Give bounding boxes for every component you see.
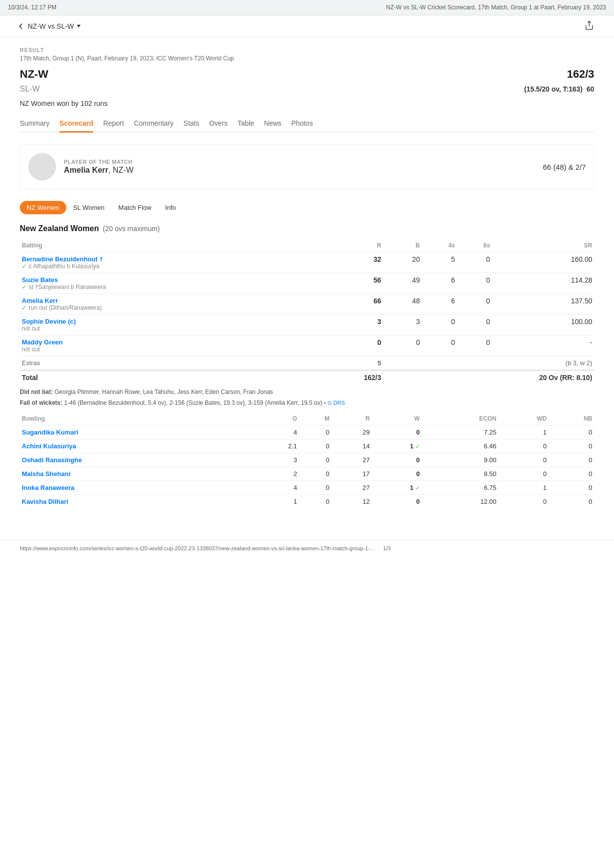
- dismissal-text: not out: [22, 346, 310, 353]
- bowl-col-o: O: [252, 412, 299, 426]
- tab-navigation: Summary Scorecard Report Commentary Stat…: [20, 115, 594, 133]
- tab-table[interactable]: Table: [238, 115, 254, 133]
- team2-overs: (15.5/20 ov, T:163): [524, 85, 583, 93]
- bowler-m: 0: [299, 453, 331, 467]
- batsman-6s: 0: [457, 336, 492, 356]
- bowler-w: 0: [372, 467, 422, 481]
- bowl-col-m: M: [299, 412, 331, 426]
- total-score: 162/3: [312, 370, 383, 385]
- bowler-r: 17: [331, 467, 372, 481]
- bowler-name[interactable]: Sugandika Kumari: [22, 429, 78, 436]
- bowler-econ: 12.00: [422, 495, 499, 509]
- batting-row: Suzie Bates ✓ st †Sanjeewani b Ranaweera…: [20, 273, 594, 294]
- batsman-r: 32: [312, 252, 383, 273]
- bowler-wd: 0: [498, 439, 549, 453]
- batsman-sr: 160.00: [492, 252, 594, 273]
- bowl-col-nb: NB: [549, 412, 594, 426]
- tab-summary[interactable]: Summary: [20, 115, 50, 133]
- innings-header: New Zealand Women (20 ovs maximum): [20, 224, 594, 233]
- innings-tab-info[interactable]: Info: [158, 201, 183, 214]
- browser-timestamp: 10/3/24, 12:17 PM: [8, 4, 56, 11]
- tab-commentary[interactable]: Commentary: [134, 115, 173, 133]
- batsman-name[interactable]: Sophie Devine (c): [22, 318, 310, 325]
- bowler-nb: 0: [549, 495, 594, 509]
- batting-row: Sophie Devine (c) not out 3 3 0 0 100.00: [20, 315, 594, 336]
- chevron-down-icon: [77, 25, 81, 27]
- innings-title: New Zealand Women: [20, 224, 99, 233]
- batsman-6s: 0: [457, 252, 492, 273]
- bowler-m: 0: [299, 426, 331, 439]
- footer-url: https://www.espncricinfo.com/series/icc-…: [20, 545, 375, 551]
- batsman-name[interactable]: Suzie Bates: [22, 276, 310, 284]
- batsman-name[interactable]: Maddy Green: [22, 338, 310, 346]
- bowler-econ: 8.50: [422, 467, 499, 481]
- bowler-name[interactable]: Inoka Ranaweera: [22, 484, 74, 491]
- scorecard-section: New Zealand Women (20 ovs maximum) Batti…: [20, 224, 594, 508]
- batsman-sr: 114.28: [492, 273, 594, 294]
- batsman-4s: 0: [422, 315, 457, 336]
- bowler-name[interactable]: Malsha Shehani: [22, 470, 70, 478]
- bowl-col-r: R: [331, 412, 372, 426]
- batsman-r: 0: [312, 336, 383, 356]
- bowler-nb: 0: [549, 439, 594, 453]
- tab-photos[interactable]: Photos: [291, 115, 313, 133]
- footer-page-info: 1/3: [383, 545, 391, 551]
- drs-link[interactable]: • ⊙ DRS: [324, 400, 345, 406]
- bowler-o: 1: [252, 495, 299, 509]
- tab-news[interactable]: News: [264, 115, 281, 133]
- team2-score: 60: [586, 85, 594, 93]
- batting-row: Bernadine Bezuidenhout † ✓ c Athapaththu…: [20, 252, 594, 273]
- bowler-econ: 6.46: [422, 439, 499, 453]
- scores-section: NZ-W 162/3 SL-W (15.5/20 ov, T:163) 60: [20, 66, 594, 96]
- tab-stats[interactable]: Stats: [184, 115, 200, 133]
- tab-report[interactable]: Report: [103, 115, 124, 133]
- player-name: Amelia Kerr, NZ-W: [64, 166, 133, 175]
- bowler-nb: 0: [549, 467, 594, 481]
- bowler-name[interactable]: Oshadi Ranasinghe: [22, 456, 82, 464]
- tab-scorecard[interactable]: Scorecard: [59, 115, 93, 133]
- batsman-4s: 6: [422, 273, 457, 294]
- innings-tab-nz-women[interactable]: NZ Women: [20, 201, 66, 214]
- nav-back-button[interactable]: NZ-W vs SL-W: [20, 22, 81, 30]
- batsman-name[interactable]: Amelia Kerr: [22, 297, 310, 304]
- dismissal-text: ✓ run out (Dilhari/Ranaweera): [22, 304, 310, 311]
- bowling-row: Inoka Ranaweera 4 0 27 1 ✓ 6.75 1 0: [20, 481, 594, 495]
- fow-text: Fall of wickets: 1-46 (Bernadine Bezuide…: [20, 399, 594, 406]
- bowler-o: 4: [252, 481, 299, 495]
- bowler-nb: 0: [549, 453, 594, 467]
- browser-bar: 10/3/24, 12:17 PM NZ-W vs SL-W Cricket S…: [0, 0, 614, 15]
- bowler-wd: 1: [498, 481, 549, 495]
- team1-score: 162/3: [567, 68, 594, 81]
- team2-name: SL-W: [20, 85, 40, 94]
- bowler-r: 14: [331, 439, 372, 453]
- player-stats: 66 (48) & 2/7: [543, 163, 586, 171]
- innings-tab-sl-women[interactable]: SL Women: [66, 201, 112, 214]
- total-label: Total: [20, 370, 312, 385]
- share-button[interactable]: [584, 20, 594, 32]
- dismissal-text: ✓ st †Sanjeewani b Ranaweera: [22, 284, 310, 290]
- batting-row: Maddy Green not out 0 0 0 0 -: [20, 336, 594, 356]
- batsman-sr: 137.50: [492, 294, 594, 315]
- main-content: RESULT 17th Match, Group 1 (N), Paarl, F…: [0, 37, 614, 530]
- bowler-wd: 0: [498, 467, 549, 481]
- bowler-name[interactable]: Achini Kulasuriya: [22, 442, 76, 450]
- share-icon: [584, 20, 594, 30]
- browser-page-title: NZ-W vs SL-W Cricket Scorecard, 17th Mat…: [386, 4, 606, 11]
- bowler-m: 0: [299, 467, 331, 481]
- bowler-w: 1 ✓: [372, 481, 422, 495]
- bowler-name[interactable]: Kavisha Dilhari: [22, 498, 68, 505]
- batsman-4s: 6: [422, 294, 457, 315]
- batsman-name[interactable]: Bernadine Bezuidenhout †: [22, 255, 310, 263]
- bowler-o: 2.1: [252, 439, 299, 453]
- batsman-b: 20: [383, 252, 422, 273]
- player-avatar: [28, 153, 56, 181]
- tab-overs[interactable]: Overs: [209, 115, 227, 133]
- extras-label: Extras: [20, 356, 312, 371]
- player-of-match-card: PLAYER OF THE MATCH Amelia Kerr, NZ-W 66…: [20, 145, 594, 189]
- match-result: NZ Women won by 102 runs: [20, 99, 594, 107]
- bowler-r: 12: [331, 495, 372, 509]
- dnb-label: Did not bat:: [20, 388, 53, 395]
- bowler-o: 3: [252, 453, 299, 467]
- innings-tab-match-flow[interactable]: Match Flow: [111, 201, 158, 214]
- dnb-text: Did not bat: Georgia Plimmer, Hannah Row…: [20, 388, 594, 395]
